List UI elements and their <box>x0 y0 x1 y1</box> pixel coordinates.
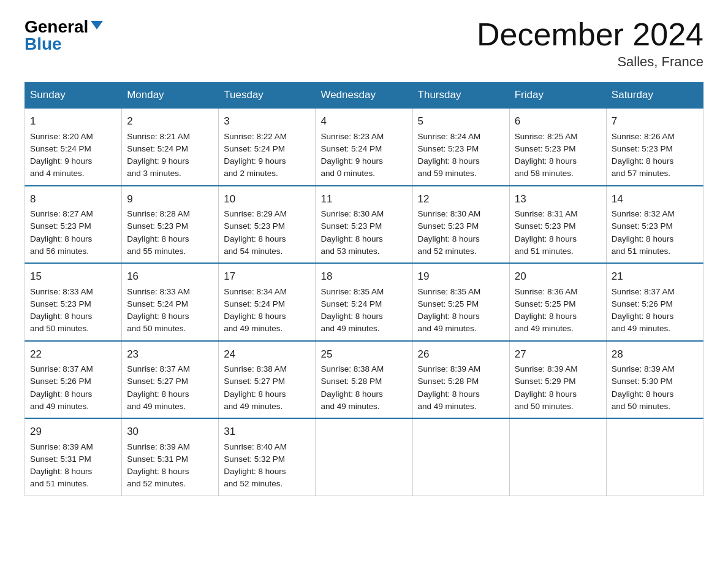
day-number: 17 <box>224 269 310 285</box>
calendar-cell: 7Sunrise: 8:26 AMSunset: 5:23 PMDaylight… <box>606 108 703 186</box>
calendar-cell: 18Sunrise: 8:35 AMSunset: 5:24 PMDayligh… <box>316 263 412 341</box>
calendar-cell: 22Sunrise: 8:37 AMSunset: 5:26 PMDayligh… <box>25 341 122 419</box>
calendar-body: 1Sunrise: 8:20 AMSunset: 5:24 PMDaylight… <box>25 108 703 496</box>
day-info: Sunrise: 8:35 AMSunset: 5:25 PMDaylight:… <box>418 286 504 335</box>
column-header-sunday: Sunday <box>25 83 122 109</box>
day-info: Sunrise: 8:29 AMSunset: 5:23 PMDaylight:… <box>224 208 310 258</box>
day-number: 13 <box>515 191 601 207</box>
day-number: 2 <box>127 113 213 129</box>
day-number: 25 <box>320 347 407 362</box>
day-number: 26 <box>418 347 504 362</box>
day-info: Sunrise: 8:39 AMSunset: 5:29 PMDaylight:… <box>515 363 601 413</box>
week-row-2: 8Sunrise: 8:27 AMSunset: 5:23 PMDaylight… <box>25 186 703 264</box>
header-row: SundayMondayTuesdayWednesdayThursdayFrid… <box>25 83 703 109</box>
day-number: 3 <box>224 113 310 129</box>
logo: General Blue <box>25 18 103 53</box>
day-number: 28 <box>612 347 698 362</box>
day-number: 30 <box>127 424 213 440</box>
day-number: 11 <box>320 191 407 207</box>
day-number: 1 <box>30 113 116 129</box>
header-right: December 2024 Salles, France <box>477 18 703 70</box>
day-info: Sunrise: 8:20 AMSunset: 5:24 PMDaylight:… <box>30 131 116 180</box>
calendar-header: SundayMondayTuesdayWednesdayThursdayFrid… <box>25 83 703 109</box>
day-info: Sunrise: 8:30 AMSunset: 5:23 PMDaylight:… <box>418 208 504 258</box>
logo-triangle-icon <box>91 21 103 29</box>
calendar-cell: 8Sunrise: 8:27 AMSunset: 5:23 PMDaylight… <box>25 186 122 264</box>
day-number: 22 <box>30 347 116 362</box>
calendar-cell: 13Sunrise: 8:31 AMSunset: 5:23 PMDayligh… <box>509 186 606 264</box>
day-number: 16 <box>127 269 213 285</box>
day-info: Sunrise: 8:37 AMSunset: 5:26 PMDaylight:… <box>612 286 698 335</box>
calendar-cell: 26Sunrise: 8:39 AMSunset: 5:28 PMDayligh… <box>412 341 509 419</box>
column-header-wednesday: Wednesday <box>316 83 412 109</box>
day-info: Sunrise: 8:23 AMSunset: 5:24 PMDaylight:… <box>320 131 407 180</box>
day-number: 23 <box>127 347 213 362</box>
calendar-cell: 1Sunrise: 8:20 AMSunset: 5:24 PMDaylight… <box>25 108 122 186</box>
calendar-cell: 2Sunrise: 8:21 AMSunset: 5:24 PMDaylight… <box>122 108 219 186</box>
day-info: Sunrise: 8:33 AMSunset: 5:24 PMDaylight:… <box>127 286 213 335</box>
day-number: 31 <box>224 424 310 440</box>
day-info: Sunrise: 8:30 AMSunset: 5:23 PMDaylight:… <box>320 208 407 258</box>
calendar-cell: 23Sunrise: 8:37 AMSunset: 5:27 PMDayligh… <box>122 341 219 419</box>
calendar-cell: 15Sunrise: 8:33 AMSunset: 5:23 PMDayligh… <box>25 263 122 341</box>
calendar-cell: 14Sunrise: 8:32 AMSunset: 5:23 PMDayligh… <box>606 186 703 264</box>
calendar-cell <box>412 418 509 496</box>
calendar-cell: 29Sunrise: 8:39 AMSunset: 5:31 PMDayligh… <box>25 418 122 496</box>
day-info: Sunrise: 8:38 AMSunset: 5:28 PMDaylight:… <box>320 363 407 413</box>
calendar-cell: 28Sunrise: 8:39 AMSunset: 5:30 PMDayligh… <box>606 341 703 419</box>
calendar-cell: 31Sunrise: 8:40 AMSunset: 5:32 PMDayligh… <box>219 418 316 496</box>
calendar-cell <box>316 418 412 496</box>
calendar-cell: 17Sunrise: 8:34 AMSunset: 5:24 PMDayligh… <box>219 263 316 341</box>
column-header-monday: Monday <box>122 83 219 109</box>
column-header-thursday: Thursday <box>412 83 509 109</box>
day-number: 19 <box>418 269 504 285</box>
calendar-cell: 30Sunrise: 8:39 AMSunset: 5:31 PMDayligh… <box>122 418 219 496</box>
day-number: 14 <box>612 191 698 207</box>
day-number: 8 <box>30 191 116 207</box>
day-info: Sunrise: 8:37 AMSunset: 5:27 PMDaylight:… <box>127 363 213 413</box>
week-row-3: 15Sunrise: 8:33 AMSunset: 5:23 PMDayligh… <box>25 263 703 341</box>
calendar-cell: 25Sunrise: 8:38 AMSunset: 5:28 PMDayligh… <box>316 341 412 419</box>
day-info: Sunrise: 8:39 AMSunset: 5:31 PMDaylight:… <box>127 441 213 491</box>
calendar-cell <box>509 418 606 496</box>
day-info: Sunrise: 8:39 AMSunset: 5:30 PMDaylight:… <box>612 363 698 413</box>
calendar-cell: 16Sunrise: 8:33 AMSunset: 5:24 PMDayligh… <box>122 263 219 341</box>
location-label: Salles, France <box>477 54 703 70</box>
calendar-cell: 9Sunrise: 8:28 AMSunset: 5:23 PMDaylight… <box>122 186 219 264</box>
day-info: Sunrise: 8:37 AMSunset: 5:26 PMDaylight:… <box>30 363 116 413</box>
column-header-saturday: Saturday <box>606 83 703 109</box>
month-title: December 2024 <box>477 18 703 50</box>
day-info: Sunrise: 8:39 AMSunset: 5:28 PMDaylight:… <box>418 363 504 413</box>
column-header-tuesday: Tuesday <box>219 83 316 109</box>
day-info: Sunrise: 8:21 AMSunset: 5:24 PMDaylight:… <box>127 131 213 180</box>
day-number: 27 <box>515 347 601 362</box>
calendar-cell: 5Sunrise: 8:24 AMSunset: 5:23 PMDaylight… <box>412 108 509 186</box>
day-info: Sunrise: 8:24 AMSunset: 5:23 PMDaylight:… <box>418 131 504 180</box>
calendar-cell: 6Sunrise: 8:25 AMSunset: 5:23 PMDaylight… <box>509 108 606 186</box>
day-number: 9 <box>127 191 213 207</box>
day-info: Sunrise: 8:28 AMSunset: 5:23 PMDaylight:… <box>127 208 213 258</box>
logo-general-text: General <box>25 18 88 36</box>
day-number: 20 <box>515 269 601 285</box>
calendar-cell: 21Sunrise: 8:37 AMSunset: 5:26 PMDayligh… <box>606 263 703 341</box>
day-number: 18 <box>320 269 407 285</box>
week-row-1: 1Sunrise: 8:20 AMSunset: 5:24 PMDaylight… <box>25 108 703 186</box>
week-row-5: 29Sunrise: 8:39 AMSunset: 5:31 PMDayligh… <box>25 418 703 496</box>
day-number: 5 <box>418 113 504 129</box>
calendar-cell: 24Sunrise: 8:38 AMSunset: 5:27 PMDayligh… <box>219 341 316 419</box>
day-number: 7 <box>612 113 698 129</box>
day-number: 4 <box>320 113 407 129</box>
day-info: Sunrise: 8:33 AMSunset: 5:23 PMDaylight:… <box>30 286 116 335</box>
calendar-cell: 12Sunrise: 8:30 AMSunset: 5:23 PMDayligh… <box>412 186 509 264</box>
day-number: 15 <box>30 269 116 285</box>
day-info: Sunrise: 8:34 AMSunset: 5:24 PMDaylight:… <box>224 286 310 335</box>
day-number: 12 <box>418 191 504 207</box>
day-number: 6 <box>515 113 601 129</box>
calendar-cell: 4Sunrise: 8:23 AMSunset: 5:24 PMDaylight… <box>316 108 412 186</box>
day-info: Sunrise: 8:26 AMSunset: 5:23 PMDaylight:… <box>612 131 698 180</box>
day-number: 29 <box>30 424 116 440</box>
logo-blue-text: Blue <box>25 36 62 53</box>
calendar-cell: 10Sunrise: 8:29 AMSunset: 5:23 PMDayligh… <box>219 186 316 264</box>
day-info: Sunrise: 8:22 AMSunset: 5:24 PMDaylight:… <box>224 131 310 180</box>
column-header-friday: Friday <box>509 83 606 109</box>
